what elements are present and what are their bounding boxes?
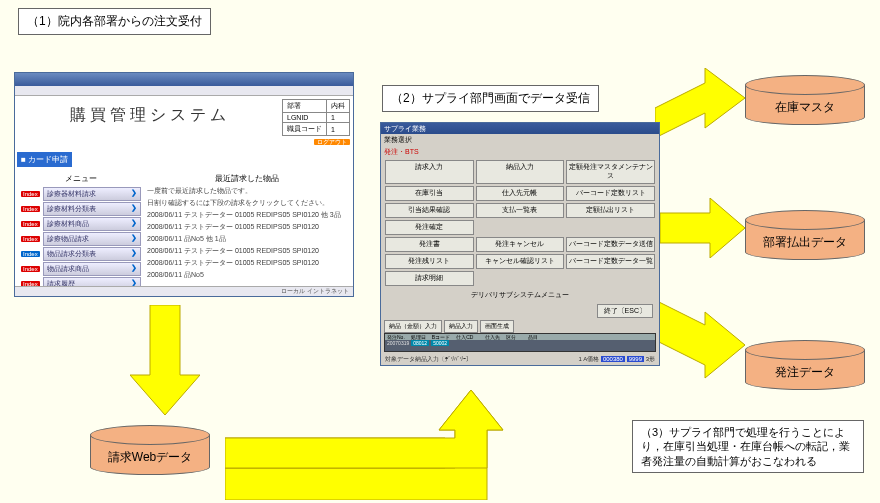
toolbar [15, 86, 353, 96]
system-logo: 購買管理システム [18, 99, 282, 147]
step1-label: （1）院内各部署からの注文受付 [18, 8, 211, 35]
recent-desc2: 日割り確認するには下段の請求をクリックしてください。 [147, 198, 347, 208]
logout-button[interactable]: ログアウト [314, 139, 350, 145]
index-badge: Index [21, 236, 40, 242]
sub-menu-label: デリバリサブシステムメニュー [381, 288, 659, 302]
function-button[interactable]: 発注確定 [385, 220, 474, 235]
function-button[interactable]: 在庫引当 [385, 186, 474, 201]
db-request-web: 請求Webデータ [90, 425, 210, 480]
arrow-to-db1 [655, 68, 745, 140]
login-info-table: 部署内科 LGNID1 職員コード1 [282, 99, 350, 136]
data-grid: 発注No.処理日Bコード仕入CD仕入先区分品目 20070319 08012 5… [384, 333, 656, 352]
function-button[interactable]: 納品入力 [476, 160, 565, 184]
function-button[interactable]: 発注書 [385, 237, 474, 252]
chevron-right-icon: ❯ [131, 234, 137, 244]
titlebar [15, 73, 353, 86]
function-button[interactable]: バーコード定数リスト [566, 186, 655, 201]
recent-line[interactable]: 2008/06/11 テストデーター 01005 REDIPS05 SPI012… [147, 246, 347, 256]
function-button[interactable]: バーコード定数データ一覧 [566, 254, 655, 269]
empty-cell [566, 271, 655, 286]
column-header: 仕入先 [485, 334, 500, 340]
card-request-tab[interactable]: ■ カード申請 [17, 152, 72, 167]
chevron-right-icon: ❯ [131, 264, 137, 274]
step2-label: （2）サプライ部門画面でデータ受信 [382, 85, 599, 112]
function-button[interactable]: キャンセル確認リスト [476, 254, 565, 269]
function-button[interactable]: 発注残リスト [385, 254, 474, 269]
chevron-right-icon: ❯ [131, 219, 137, 229]
subtitle: 業務選択 [381, 134, 659, 146]
empty-cell [476, 220, 565, 235]
db-dept-dispatch: 部署払出データ [745, 210, 865, 265]
empty-cell [476, 271, 565, 286]
chevron-right-icon: ❯ [131, 249, 137, 259]
arrow-to-db2 [660, 198, 745, 260]
recent-line[interactable]: 2008/06/11 品No5 [147, 270, 347, 280]
recent-line[interactable]: 2008/06/11 テストデーター 01005 REDIPS05 SPI012… [147, 222, 347, 232]
function-button[interactable]: 発注キャンセル [476, 237, 565, 252]
function-button[interactable]: バーコード定数データ送信 [566, 237, 655, 252]
chevron-right-icon: ❯ [131, 189, 137, 199]
detail-tab[interactable]: 納品入力 [444, 320, 478, 333]
column-header: 品目 [528, 334, 538, 340]
step3-label: （3）サプライ部門で処理を行うことにより，在庫引当処理・在庫台帳への転記，業者発… [632, 420, 864, 473]
menu-item[interactable]: Index診療材料分類表❯ [21, 202, 141, 216]
function-button[interactable]: 定額払出リスト [566, 203, 655, 218]
arrow-down-1 [130, 305, 200, 417]
empty-cell [566, 220, 655, 235]
arrow-to-db3 [655, 300, 745, 382]
menu-item[interactable]: Index診療物品請求❯ [21, 232, 141, 246]
detail-tab[interactable]: 画面生成 [480, 320, 514, 333]
menu-item[interactable]: Index物品請求分類表❯ [21, 247, 141, 261]
function-button[interactable]: 請求明細 [385, 271, 474, 286]
menu-item[interactable]: Index診療材料商品❯ [21, 217, 141, 231]
column-header: 仕入CD [456, 334, 473, 340]
chevron-right-icon: ❯ [131, 279, 137, 286]
status-bar-2: 対象データ納品入力〔ﾃﾞﾘﾊﾞﾘｰ〕 1 A価格 000380 9999 3形 [381, 354, 659, 365]
window-title: サプライ業務 [381, 123, 659, 134]
mode-indicator: 発注・BTS [384, 148, 419, 155]
menu-column: メニュー Index診療器材料請求❯Index診療材料分類表❯Index診療材料… [21, 171, 141, 284]
menu-item[interactable]: Index診療器材料請求❯ [21, 187, 141, 201]
index-badge: Index [21, 221, 40, 227]
header: 購買管理システム 部署内科 LGNID1 職員コード1 ログアウト [15, 96, 353, 150]
index-badge: Index [21, 206, 40, 212]
db-stock-master: 在庫マスタ [745, 75, 865, 130]
index-badge: Index [21, 191, 40, 197]
supply-department-screen: サプライ業務 業務選択 発注・BTS 請求入力納品入力定額発注マスタメンテナンス… [380, 122, 660, 366]
recent-line[interactable]: 2008/06/11 テストデーター 01005 REDIPS05 SPI012… [147, 258, 347, 268]
index-badge: Index [21, 266, 40, 272]
chevron-right-icon: ❯ [131, 204, 137, 214]
arrow-right-up [225, 390, 505, 502]
menu-item[interactable]: Index物品請求商品❯ [21, 262, 141, 276]
db-order-data: 発注データ [745, 340, 865, 395]
menu-item[interactable]: Index請求履歴❯ [21, 277, 141, 286]
function-button[interactable]: 引当結果確認 [385, 203, 474, 218]
recent-column: 最近請求した物品 一度前で最近請求した物品です。 日割り確認するには下段の請求を… [141, 171, 347, 284]
function-button[interactable]: 仕入先元帳 [476, 186, 565, 201]
detail-tab[interactable]: 納品（金額）入力 [384, 320, 442, 333]
recent-desc: 一度前で最近請求した物品です。 [147, 186, 347, 196]
function-button[interactable]: 定額発注マスタメンテナンス [566, 160, 655, 184]
column-header: 区分 [506, 334, 516, 340]
esc-button[interactable]: 終了〔ESC〕 [597, 304, 653, 318]
recent-line[interactable]: 2008/06/11 テストデーター 01005 REDIPS05 SPI012… [147, 210, 347, 220]
recent-heading: 最近請求した物品 [147, 171, 347, 186]
function-button[interactable]: 支払一覧表 [476, 203, 565, 218]
index-badge: Index [21, 251, 40, 257]
function-button-grid: 請求入力納品入力定額発注マスタメンテナンス在庫引当仕入先元帳バーコード定数リスト… [381, 158, 659, 288]
recent-line[interactable]: 2008/06/11 品No5 他 1品 [147, 234, 347, 244]
function-button[interactable]: 請求入力 [385, 160, 474, 184]
browser-purchase-system: 購買管理システム 部署内科 LGNID1 職員コード1 ログアウト ■ カード申… [14, 72, 354, 297]
menu-heading: メニュー [21, 171, 141, 186]
status-bar: ローカル イントラネット [15, 286, 353, 296]
